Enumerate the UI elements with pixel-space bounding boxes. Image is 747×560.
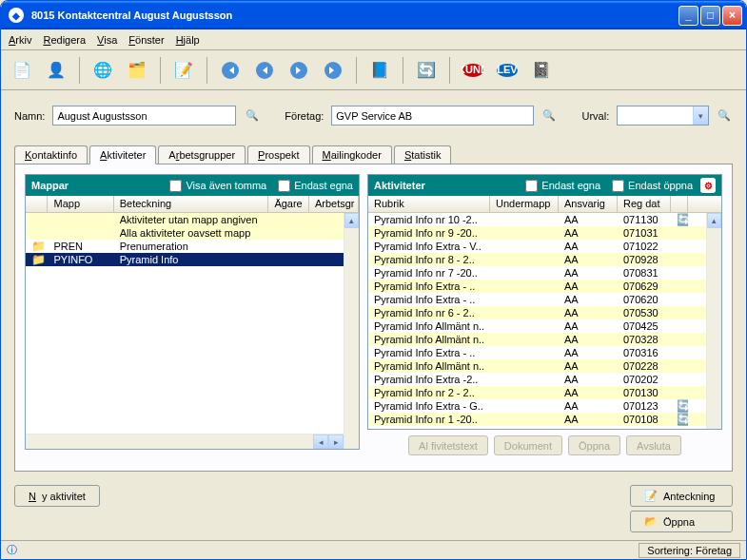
edit-icon[interactable]: 📝	[170, 57, 197, 84]
activity-row[interactable]: Pyramid Info nr 9 -20..AA071031	[368, 226, 721, 240]
hscrollbar[interactable]: ◂ ▸	[26, 434, 344, 449]
col-mapp[interactable]: Mapp	[48, 196, 113, 212]
folders-header: Mappar Visa även tomma Endast egna	[26, 175, 359, 196]
maximize-button[interactable]: □	[700, 6, 720, 26]
activity-row[interactable]: Pyramid Info nr 2 - 2..AA070130	[368, 386, 721, 399]
btn-avsluta[interactable]: Avsluta	[626, 435, 681, 455]
col-arbetsgr[interactable]: Arbetsgr	[309, 196, 359, 212]
activities-panel: Aktiviteter Endast egna Endast öppna ⚙ R…	[367, 174, 722, 430]
namn-input[interactable]	[52, 106, 236, 126]
search-icon[interactable]: 🔍	[541, 107, 558, 125]
chk-visa-tomma[interactable]: Visa även tomma	[169, 180, 266, 192]
activity-row[interactable]: Pyramid Info nr 1 -20..AA070108🔄	[368, 413, 721, 426]
activity-row[interactable]: Pyramid Info Allmänt n..AA070328	[368, 333, 721, 346]
add-user-icon[interactable]: 👤	[43, 57, 69, 84]
new-doc-icon[interactable]: 📄	[9, 57, 35, 84]
vscrollbar[interactable]: ▴	[706, 213, 721, 429]
urval-combo[interactable]: ▾	[617, 106, 708, 126]
menu-visa[interactable]: Visa	[97, 34, 117, 46]
close-button[interactable]: ×	[722, 6, 742, 26]
activity-row[interactable]: Pyramid Info nr 10 -2..AA071130🔄	[368, 213, 721, 226]
menu-arkiv[interactable]: AArkivrkiv	[9, 34, 31, 46]
tab-statistik[interactable]: Statistik	[394, 145, 452, 164]
folders-panel: Mappar Visa även tomma Endast egna Mapp …	[25, 174, 360, 450]
tab-aktiviteter[interactable]: Aktiviteter	[89, 145, 156, 164]
foretag-input[interactable]	[331, 106, 533, 126]
row-action-icon[interactable]: 🔄	[671, 399, 688, 413]
separator	[206, 57, 207, 84]
nav-last-icon[interactable]	[320, 57, 346, 84]
book2-icon[interactable]: 📓	[528, 57, 555, 84]
btn-ny-aktivitet[interactable]: Ny aktivitet	[14, 485, 100, 507]
scroll-up-icon[interactable]: ▴	[344, 213, 359, 228]
scroll-up-icon[interactable]: ▴	[707, 213, 721, 228]
activity-row[interactable]: Pyramid Info nr 6 - 2..AA070530	[368, 306, 721, 319]
col-rubrik[interactable]: Rubrik	[368, 196, 490, 212]
titlebar: ◆ 8015 Kontaktcentral August Augustsson …	[1, 1, 746, 29]
activity-row[interactable]: Pyramid Info nr 7 -20..AA070831	[368, 266, 721, 280]
kund-badge-icon[interactable]: KUND	[460, 57, 486, 84]
minimize-button[interactable]: _	[678, 6, 698, 26]
row-action-icon[interactable]: 🔄	[671, 413, 688, 426]
gear-icon[interactable]: ⚙	[700, 178, 716, 193]
col-undermapp[interactable]: Undermapp	[490, 196, 559, 212]
nav-first-icon[interactable]	[217, 57, 244, 84]
btn-dokument[interactable]: Dokument	[494, 435, 562, 455]
tab-prospekt[interactable]: Prospekt	[247, 145, 309, 164]
urval-label: Urval:	[582, 110, 610, 122]
nav-prev-icon[interactable]	[251, 57, 278, 84]
chk-act-oppna[interactable]: Endast öppna	[612, 180, 693, 192]
menu-redigera[interactable]: Redigera	[43, 34, 86, 46]
activity-row[interactable]: Pyramid Info Extra - G..AA070123🔄	[368, 399, 721, 413]
activity-row[interactable]: Pyramid Info Extra - ..AA070316	[368, 346, 721, 359]
chk-endast-egna[interactable]: Endast egna	[278, 180, 353, 192]
vscrollbar[interactable]: ▴	[344, 213, 359, 449]
lev-badge-icon[interactable]: LEV	[494, 57, 521, 84]
chevron-down-icon[interactable]: ▾	[693, 106, 708, 125]
app-window: ◆ 8015 Kontaktcentral August Augustsson …	[0, 0, 747, 560]
btn-oppna[interactable]: Öppna	[568, 435, 620, 455]
col-ansvarig[interactable]: Ansvarig	[559, 196, 618, 212]
activities-grid-head: Rubrik Undermapp Ansvarig Reg dat	[368, 196, 721, 213]
menu-fonster[interactable]: Fönster	[128, 34, 164, 46]
nav-next-icon[interactable]	[285, 57, 312, 84]
scroll-left-icon[interactable]: ◂	[313, 434, 328, 449]
svg-text:KUND: KUND	[462, 64, 484, 75]
chk-act-egna[interactable]: Endast egna	[525, 180, 600, 192]
search-icon[interactable]: 🔍	[244, 107, 260, 125]
btn-oppna-main[interactable]: 📂 Öppna	[630, 511, 733, 532]
activity-row[interactable]: Pyramid Info Extra - V..AA071022	[368, 240, 721, 253]
statusbar: ⓘ Sortering: Företag	[1, 540, 746, 559]
activities-wrap: Aktiviteter Endast egna Endast öppna ⚙ R…	[367, 174, 722, 461]
contact-card-icon[interactable]: 🗂️	[124, 57, 150, 84]
col-agare[interactable]: Ägare	[268, 196, 309, 212]
search-icon[interactable]: 🔍	[717, 107, 733, 125]
folder-row[interactable]: 📁PYINFOPyramid Info	[26, 253, 359, 266]
activities-title: Aktiviteter	[374, 180, 425, 191]
activity-row[interactable]: Pyramid Info nr 8 - 2..AA070928	[368, 253, 721, 266]
folder-row[interactable]: Aktiviteter utan mapp angiven	[26, 213, 359, 226]
globe-icon[interactable]: 🌐	[89, 57, 116, 84]
folders-title: Mappar	[31, 180, 69, 191]
btn-fritext[interactable]: Al fivitetstext	[408, 435, 488, 455]
activity-row[interactable]: Pyramid Info Extra - ..AA070629	[368, 280, 721, 293]
refresh-icon[interactable]: 🔄	[413, 57, 440, 84]
btn-anteckning[interactable]: 📝 Anteckning	[630, 485, 733, 507]
activities-buttons: Al fivitetstext Dokument Öppna Avsluta	[367, 430, 722, 461]
tab-arbetsgrupper[interactable]: Arbetsgrupper	[158, 145, 246, 164]
tab-kontaktinfo[interactable]: Kontaktinfo	[14, 145, 88, 164]
activity-row[interactable]: Pyramid Info Extra -2..AA070202	[368, 373, 721, 386]
scroll-right-icon[interactable]: ▸	[328, 434, 344, 449]
activity-row[interactable]: Pyramid Info Allmänt n..AA070228	[368, 359, 721, 373]
folder-row[interactable]: 📁PRENPrenumeration	[26, 240, 359, 253]
activity-row[interactable]: Pyramid Info Allmänt n..AA070425	[368, 319, 721, 333]
col-regdat[interactable]: Reg dat	[618, 196, 671, 212]
row-action-icon[interactable]: 🔄	[671, 213, 688, 226]
menu-hjalp[interactable]: Hjälp	[176, 34, 200, 46]
folder-row[interactable]: Alla aktiviteter oavsett mapp	[26, 226, 359, 240]
col-beteckning[interactable]: Beteckning	[114, 196, 269, 212]
activity-row[interactable]: Pyramid Info Extra - ..AA070620	[368, 293, 721, 306]
separator	[356, 57, 357, 84]
book-icon[interactable]: 📘	[366, 57, 393, 84]
tab-mailingkoder[interactable]: Mailingkoder	[312, 145, 392, 164]
